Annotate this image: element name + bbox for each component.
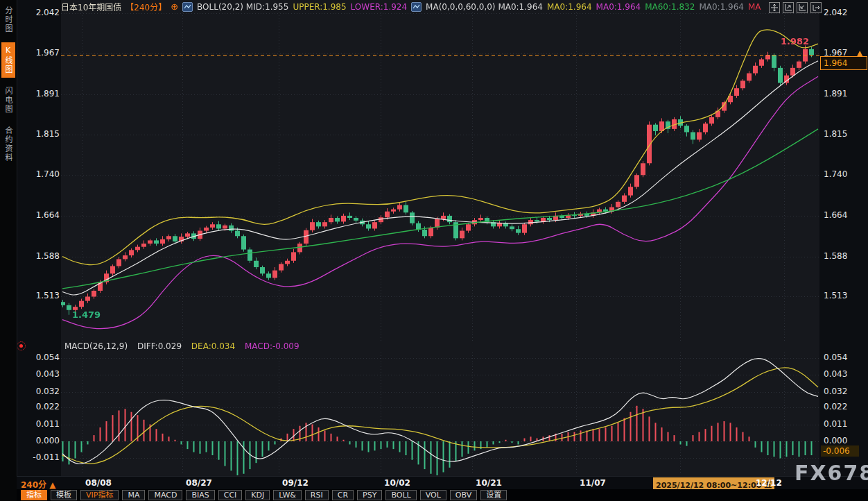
date-label: 09/12 bbox=[282, 478, 309, 488]
ma0-magenta-label: MA0:1.964 bbox=[596, 2, 641, 12]
macd-header: MACD(26,12,9) DIFF:0.029 DEA:0.034 MACD:… bbox=[64, 341, 306, 351]
symbol-title: 日本10年期国债 bbox=[61, 1, 121, 12]
price-label-left: 1.891 bbox=[18, 89, 60, 99]
zoom-out-axis-icon[interactable] bbox=[797, 2, 808, 13]
indicator-tab-cr[interactable]: CR bbox=[332, 490, 354, 500]
indicator-tab-boll[interactable]: BOLL bbox=[385, 490, 416, 500]
ma60-green-label: MA60:1.832 bbox=[645, 2, 695, 12]
boll-upper-label: UPPER:1.985 bbox=[293, 2, 346, 12]
price-label-left: 1.513 bbox=[18, 291, 60, 300]
exit-fullscreen-icon[interactable] bbox=[810, 2, 822, 13]
price-label-right: 1.891 bbox=[824, 89, 847, 99]
indicator-tab-rsi[interactable]: RSI bbox=[305, 490, 329, 500]
macd-title-label: MACD(26,12,9) bbox=[64, 341, 128, 351]
macd-level-label-right: 0.054 bbox=[824, 353, 847, 362]
macd-macd-label: MACD:-0.009 bbox=[245, 341, 300, 351]
date-label: 11/07 bbox=[580, 478, 606, 488]
price-up-arrow-icon[interactable]: ▲ bbox=[857, 49, 862, 58]
indicator-button[interactable]: 指标 bbox=[21, 490, 47, 500]
pan-tool-icon[interactable] bbox=[769, 2, 780, 13]
price-label-left: 1.664 bbox=[18, 210, 60, 220]
trading-app-window: 分时图 K线图 闪电图 合约资料 日本10年期国债 【240分】 ⊕ BOLL(… bbox=[0, 0, 868, 501]
macd-level-label-left: 0.032 bbox=[18, 387, 60, 396]
indicator-toolbar: 指标 模板 VIP指标 MAMACDBIASCCIKDJLW&RSICRPSYB… bbox=[17, 489, 868, 501]
high-price-marker: 1.982 bbox=[781, 36, 809, 46]
boll-mid-label: MID:1.955 bbox=[246, 2, 289, 12]
indicator-tab-macd[interactable]: MACD bbox=[148, 490, 182, 500]
template-button[interactable]: 模板 bbox=[51, 490, 77, 500]
indicator-tab-obv[interactable]: OBV bbox=[450, 490, 477, 500]
indicator-tabs: MAMACDBIASCCIKDJLW&RSICRPSYBOLLVOLOBV bbox=[122, 490, 477, 500]
ma0-white-label: MA0:1.964 bbox=[498, 2, 543, 12]
macd-level-label-right: 0.032 bbox=[824, 387, 847, 396]
period-badge: 【240分】 bbox=[125, 1, 166, 12]
chart-tool-icons bbox=[769, 2, 822, 13]
date-label: 10/21 bbox=[476, 478, 502, 488]
price-label-left: 1.815 bbox=[18, 129, 60, 139]
price-label-right: 1.588 bbox=[824, 251, 847, 261]
macd-level-label-left: 0.000 bbox=[18, 436, 60, 445]
ma-name-label: MA(0,0,0,60,0,0) MA0:1.964 bbox=[426, 2, 543, 12]
macd-level-label-right: 0.043 bbox=[824, 369, 847, 379]
ma0-yellow-label: MA0:1.964 bbox=[547, 2, 592, 12]
price-label-left: 1.588 bbox=[18, 251, 60, 261]
boll-lower-label: LOWER:1.924 bbox=[351, 2, 408, 12]
price-label-left: 1.740 bbox=[18, 169, 60, 179]
macd-level-label-left: 0.022 bbox=[18, 402, 60, 411]
macd-level-label-right: 0.011 bbox=[824, 419, 847, 429]
ma0-gray-label: MA0:1.964 bbox=[699, 2, 744, 12]
sidebar-item-contract-info[interactable]: 合约资料 bbox=[1, 123, 15, 166]
chart-header: 日本10年期国债 【240分】 ⊕ BOLL(20,2) MID:1.955 U… bbox=[61, 1, 761, 12]
zoom-in-axis-icon[interactable] bbox=[783, 2, 794, 13]
date-label: 08/08 bbox=[85, 478, 112, 488]
ma-red-label: MA bbox=[748, 2, 761, 12]
macd-diff-label: DIFF:0.029 bbox=[137, 341, 182, 351]
macd-level-label-left: 0.043 bbox=[18, 369, 60, 379]
ma-chart-icon[interactable] bbox=[411, 2, 422, 12]
macd-indicator-icon[interactable] bbox=[17, 341, 26, 350]
price-label-right: 1.815 bbox=[824, 129, 847, 139]
indicator-tab-ma[interactable]: MA bbox=[122, 490, 145, 500]
sidebar-item-kline-chart[interactable]: K线图 bbox=[1, 42, 15, 78]
sidebar-item-timeshare-chart[interactable]: 分时图 bbox=[1, 3, 15, 37]
boll-chart-icon[interactable] bbox=[182, 2, 193, 12]
macd-level-label-right: 0.000 bbox=[824, 436, 847, 445]
indicator-tab-bias[interactable]: BIAS bbox=[186, 490, 214, 500]
price-label-right: 2.042 bbox=[824, 8, 847, 17]
indicator-tab-psy[interactable]: PSY bbox=[357, 490, 382, 500]
indicator-tab-kdj[interactable]: KDJ bbox=[245, 490, 270, 500]
fx678-watermark: FX678 bbox=[795, 461, 868, 485]
macd-last-value-box: -0.006 bbox=[821, 445, 859, 457]
macd-level-label-left: 0.011 bbox=[18, 419, 60, 429]
date-label-last: 12/12 bbox=[756, 478, 782, 488]
macd-dea-label: DEA:0.034 bbox=[191, 341, 235, 351]
low-price-marker: 1.479 bbox=[72, 309, 101, 320]
price-label-left: 1.967 bbox=[18, 48, 60, 58]
price-label-right: 1.664 bbox=[824, 210, 847, 220]
price-label-left: 2.042 bbox=[18, 8, 60, 17]
sidebar-item-lightning-chart[interactable]: 闪电图 bbox=[1, 83, 15, 117]
indicator-tab-cci[interactable]: CCI bbox=[218, 490, 243, 500]
last-price-box: 1.964 bbox=[820, 56, 867, 70]
settings-button[interactable]: 设置 bbox=[480, 490, 507, 500]
chart-type-sidebar: 分时图 K线图 闪电图 合约资料 bbox=[0, 0, 17, 501]
boll-name-label: BOLL(20,2) MID:1.955 bbox=[197, 2, 288, 12]
price-label-right: 1.740 bbox=[824, 169, 847, 179]
period-selector[interactable]: 240分 ▲ bbox=[21, 478, 55, 490]
macd-level-label-right: 0.022 bbox=[824, 402, 847, 411]
indicator-tab-vol[interactable]: VOL bbox=[420, 490, 446, 500]
indicator-tab-lw[interactable]: LW& bbox=[273, 490, 302, 500]
date-axis-row: 240分 ▲ 2025/12/12 08:00~12:00 五 12/12 08… bbox=[17, 476, 868, 490]
date-label: 10/02 bbox=[384, 478, 410, 488]
macd-level-label-left: -0.011 bbox=[18, 452, 60, 462]
kline-macd-chart-canvas[interactable] bbox=[61, 0, 819, 476]
add-indicator-icon[interactable]: ⊕ bbox=[171, 1, 178, 12]
macd-level-label-left: 0.054 bbox=[18, 353, 60, 362]
date-label: 08/27 bbox=[186, 478, 212, 488]
vip-indicator-button[interactable]: VIP指标 bbox=[80, 490, 119, 500]
price-label-right: 1.513 bbox=[824, 291, 847, 300]
